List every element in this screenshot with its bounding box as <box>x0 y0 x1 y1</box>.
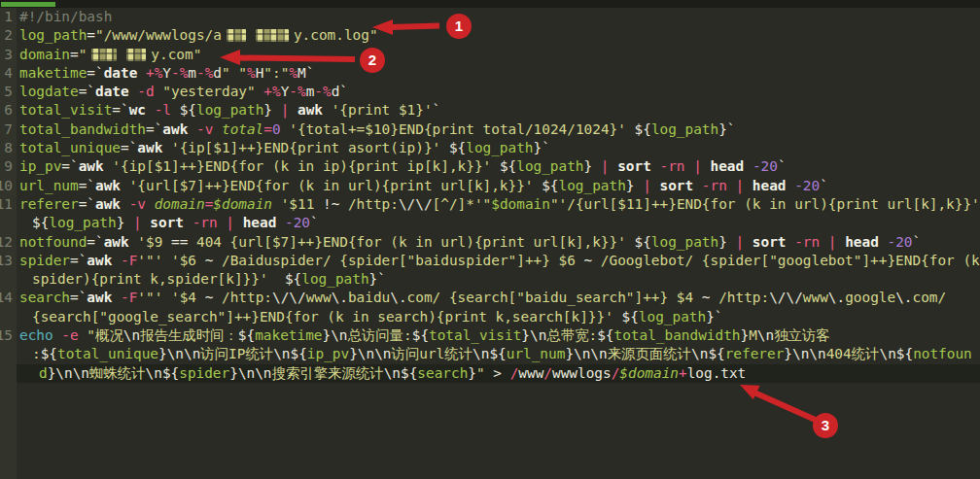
redacted-text <box>227 29 246 42</box>
code-line-text: ip_pv=`awk '{ip[$1]++}END{for (k in ip){… <box>17 157 980 176</box>
code-line-text: spider){print k,spider[k]}}' ${log_path}… <box>17 270 980 289</box>
code-line[interactable]: 11referer=`awk -v domain=$domain '$11 !~… <box>0 195 980 214</box>
code-line-text: notfound=`awk '$9 == 404 {url[$7]++}END{… <box>17 233 980 252</box>
line-number: 7 <box>0 120 17 139</box>
code-line[interactable]: 9ip_pv=`awk '{ip[$1]++}END{for (k in ip)… <box>0 157 980 176</box>
code-editor-window: 1#!/bin/bash2log_path="/www/wwwlogs/ay.c… <box>0 0 980 479</box>
code-line[interactable]: 4maketime=`date +%Y-%m-%d" "%H":"%M` <box>0 64 980 83</box>
code-line[interactable]: spider){print k,spider[k]}}' ${log_path}… <box>0 270 980 289</box>
line-number: 9 <box>0 157 17 176</box>
code-line-text: total_bandwidth=`awk -v total=0 '{total+… <box>17 120 980 139</box>
annotation-badge-3 <box>813 413 838 438</box>
code-line[interactable]: ${log_path} | sort -rn | head -20` <box>0 214 980 232</box>
code-line[interactable]: :${total_unique}\n\n访问IP统计\n${ip_pv}\n\n… <box>0 345 980 363</box>
code-line[interactable]: 3domain="y.com" <box>0 46 980 64</box>
code-line-text: logdate=`date -d "yesterday" +%Y-%m-%d` <box>17 83 980 101</box>
line-number <box>0 308 17 326</box>
line-number: 6 <box>0 101 17 120</box>
redacted-text <box>126 49 146 61</box>
line-number: 13 <box>0 252 17 270</box>
code-line-text: domain="y.com" <box>17 46 980 64</box>
code-line[interactable]: 12notfound=`awk '$9 == 404 {url[$7]++}EN… <box>0 233 980 252</box>
line-number: 11 <box>0 195 17 214</box>
line-number: 4 <box>0 64 17 83</box>
code-line[interactable]: 6total_visit=`wc -l ${log_path} | awk '{… <box>0 101 980 120</box>
line-number <box>0 270 17 289</box>
code-area[interactable]: 1#!/bin/bash2log_path="/www/wwwlogs/ay.c… <box>0 8 980 383</box>
code-line[interactable]: 10url_num=`awk '{url[$7]++}END{for (k in… <box>0 177 980 195</box>
redacted-text <box>256 29 289 42</box>
redacted-text <box>91 49 117 61</box>
code-line[interactable]: {search["google_search"]++}END{for (k in… <box>0 308 980 326</box>
code-line[interactable]: 7total_bandwidth=`awk -v total=0 '{total… <box>0 120 980 139</box>
code-line[interactable]: d}\n\n蜘蛛统计\n${spider}\n\n搜索引擎来源统计\n${sea… <box>0 364 980 383</box>
code-line[interactable]: 2log_path="/www/wwwlogs/ay.com.log" <box>0 26 980 45</box>
tab-bar <box>0 0 980 8</box>
code-line-text: ${log_path} | sort -rn | head -20` <box>17 214 980 232</box>
code-line[interactable]: 14search=`awk -F'"' '$4 ~ /http:\/\/www\… <box>0 289 980 307</box>
line-number: 10 <box>0 177 17 195</box>
line-number: 3 <box>0 46 17 64</box>
code-line-text: d}\n\n蜘蛛统计\n${spider}\n\n搜索引擎来源统计\n${sea… <box>17 364 980 383</box>
annotation-arrow-3: 3 <box>740 385 838 438</box>
code-line-text: #!/bin/bash <box>17 8 980 26</box>
code-line-text: maketime=`date +%Y-%m-%d" "%H":"%M` <box>17 64 980 83</box>
code-line[interactable]: 5logdate=`date -d "yesterday" +%Y-%m-%d` <box>0 83 980 101</box>
code-line-text: url_num=`awk '{url[$7]++}END{for (k in u… <box>17 177 980 195</box>
code-line-text: total_unique=`awk '{ip[$1]++}END{print a… <box>17 139 980 157</box>
line-number <box>0 364 17 383</box>
active-tab-indicator[interactable] <box>1 2 55 7</box>
line-number: 15 <box>0 326 17 345</box>
line-number: 2 <box>0 26 17 45</box>
code-line[interactable]: 1#!/bin/bash <box>0 8 980 26</box>
line-number: 14 <box>0 289 17 307</box>
line-number: 5 <box>0 83 17 101</box>
line-number <box>0 345 17 363</box>
line-number: 8 <box>0 139 17 157</box>
code-line[interactable]: 15echo -e "概况\n报告生成时间：${maketime}\n总访问量:… <box>0 326 980 345</box>
code-line-text: spider=`awk -F'"' '$6 ~ /Baiduspider/ {s… <box>17 252 980 270</box>
code-line-text: {search["google_search"]++}END{for (k in… <box>17 308 980 326</box>
code-line-text: echo -e "概况\n报告生成时间：${maketime}\n总访问量:${… <box>17 326 980 345</box>
code-line-text: search=`awk -F'"' '$4 ~ /http:\/\/www\.b… <box>17 289 980 307</box>
line-number: 12 <box>0 233 17 252</box>
code-line[interactable]: 13spider=`awk -F'"' '$6 ~ /Baiduspider/ … <box>0 252 980 270</box>
line-number <box>0 214 17 232</box>
code-line-text: :${total_unique}\n\n访问IP统计\n${ip_pv}\n\n… <box>17 345 980 363</box>
code-line-text: total_visit=`wc -l ${log_path} | awk '{p… <box>17 101 980 120</box>
code-line-text: referer=`awk -v domain=$domain '$11 !~ /… <box>17 195 980 214</box>
code-line-text: log_path="/www/wwwlogs/ay.com.log" <box>17 26 980 45</box>
line-number: 1 <box>0 8 17 26</box>
annotation-badge-3-label: 3 <box>822 417 829 433</box>
code-line[interactable]: 8total_unique=`awk '{ip[$1]++}END{print … <box>0 139 980 157</box>
